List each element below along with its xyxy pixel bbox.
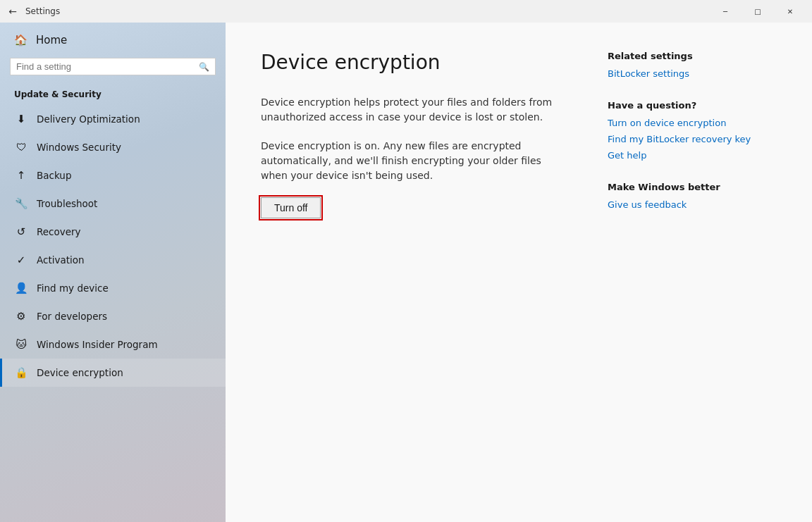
recovery-icon: ↺ — [14, 225, 28, 239]
have-a-question-section: Have a question? Turn on device encrypti… — [608, 100, 777, 161]
get-help-link[interactable]: Get help — [608, 150, 777, 161]
find-bitlocker-key-link[interactable]: Find my BitLocker recovery key — [608, 134, 777, 144]
sidebar-item-home[interactable]: 🏠 Home — [0, 23, 226, 58]
sidebar-home-label: Home — [36, 34, 67, 46]
turn-on-encryption-link[interactable]: Turn on device encryption — [608, 118, 777, 128]
sidebar-item-delivery-optimization[interactable]: ⬇ Delivery Optimization — [0, 105, 226, 133]
have-a-question-title: Have a question? — [608, 100, 777, 111]
related-settings-title: Related settings — [608, 51, 777, 61]
search-box[interactable]: 🔍 — [10, 58, 216, 75]
developers-icon: ⚙ — [14, 309, 28, 323]
sidebar-item-label: Windows Insider Program — [37, 339, 158, 350]
sidebar-item-label: Recovery — [37, 226, 81, 237]
troubleshoot-icon: 🔧 — [14, 197, 28, 211]
titlebar-title: Settings — [25, 6, 703, 16]
bitlocker-settings-link[interactable]: BitLocker settings — [608, 68, 777, 79]
sidebar-item-troubleshoot[interactable]: 🔧 Troubleshoot — [0, 189, 226, 218]
encryption-icon: 🔒 — [14, 366, 28, 380]
sidebar-item-device-encryption[interactable]: 🔒 Device encryption — [0, 359, 226, 387]
related-settings-section: Related settings BitLocker settings — [608, 51, 777, 79]
sidebar-item-label: Device encryption — [37, 367, 123, 378]
home-icon: 🏠 — [14, 34, 27, 46]
sidebar-item-label: Delivery Optimization — [37, 113, 140, 125]
turn-off-button[interactable]: Turn off — [261, 197, 321, 218]
content-area: Device encryption Device encryption help… — [226, 23, 812, 522]
backup-icon: ↑ — [14, 168, 28, 182]
content-status: Device encryption is on. Any new files a… — [261, 139, 565, 183]
search-icon: 🔍 — [199, 62, 209, 72]
sidebar-section-title: Update & Security — [0, 84, 226, 105]
activation-icon: ✓ — [14, 253, 28, 267]
minimize-button[interactable]: ─ — [709, 0, 742, 23]
delivery-icon: ⬇ — [14, 112, 28, 126]
sidebar-item-label: Windows Security — [37, 142, 121, 153]
search-input[interactable] — [16, 61, 199, 72]
sidebar-item-find-my-device[interactable]: 👤 Find my device — [0, 274, 226, 302]
sidebar-item-label: Backup — [37, 170, 72, 181]
sidebar: 🏠 Home 🔍 Update & Security ⬇ Delivery Op… — [0, 23, 226, 522]
content-right-panel: Related settings BitLocker settings Have… — [608, 51, 777, 494]
sidebar-item-label: For developers — [37, 311, 107, 322]
titlebar: ← Settings ─ □ ✕ — [0, 0, 812, 23]
sidebar-item-for-developers[interactable]: ⚙ For developers — [0, 302, 226, 330]
make-windows-better-section: Make Windows better Give us feedback — [608, 182, 777, 210]
app-body: 🏠 Home 🔍 Update & Security ⬇ Delivery Op… — [0, 23, 812, 522]
maximize-button[interactable]: □ — [742, 0, 774, 23]
find-device-icon: 👤 — [14, 281, 28, 295]
window-controls: ─ □ ✕ — [709, 0, 806, 23]
page-title: Device encryption — [261, 51, 565, 74]
sidebar-item-windows-insider[interactable]: 🐱 Windows Insider Program — [0, 330, 226, 359]
sidebar-item-label: Activation — [37, 254, 85, 266]
give-feedback-link[interactable]: Give us feedback — [608, 199, 777, 210]
close-button[interactable]: ✕ — [774, 0, 806, 23]
content-main: Device encryption Device encryption help… — [261, 51, 565, 494]
content-description: Device encryption helps protect your fil… — [261, 95, 565, 125]
sidebar-item-recovery[interactable]: ↺ Recovery — [0, 218, 226, 246]
shield-icon: 🛡 — [14, 140, 28, 154]
sidebar-item-windows-security[interactable]: 🛡 Windows Security — [0, 133, 226, 161]
make-windows-better-title: Make Windows better — [608, 182, 777, 192]
sidebar-item-label: Find my device — [37, 282, 109, 294]
sidebar-item-backup[interactable]: ↑ Backup — [0, 161, 226, 189]
back-button[interactable]: ← — [6, 4, 20, 18]
sidebar-item-activation[interactable]: ✓ Activation — [0, 246, 226, 274]
sidebar-item-label: Troubleshoot — [37, 198, 97, 209]
insider-icon: 🐱 — [14, 337, 28, 352]
